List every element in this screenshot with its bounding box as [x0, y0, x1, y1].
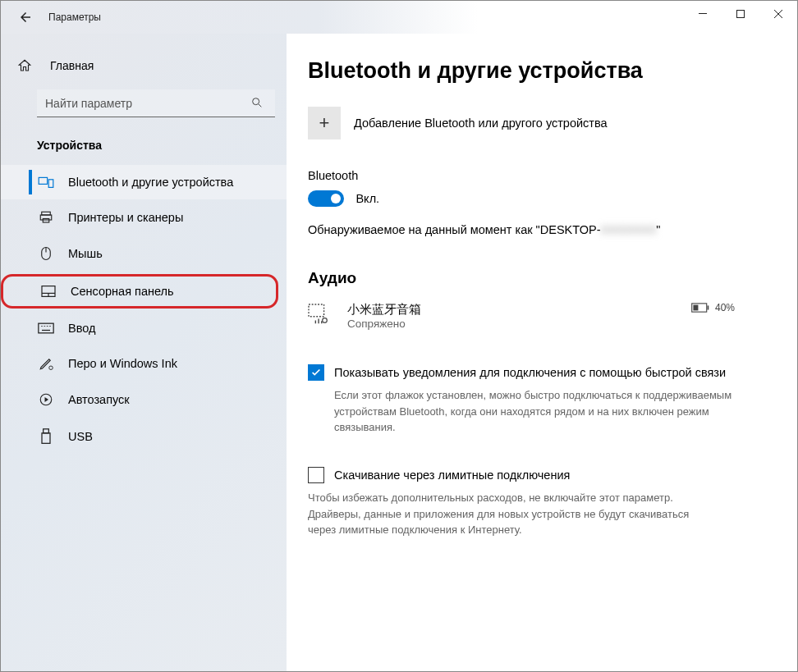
- mouse-icon: [37, 246, 55, 261]
- add-device-button[interactable]: + Добавление Bluetooth или другого устро…: [308, 107, 764, 139]
- sidebar-item-typing[interactable]: Ввод: [1, 311, 287, 345]
- window-controls: [684, 1, 797, 27]
- device-name: 小米蓝牙音箱: [347, 302, 690, 318]
- back-button[interactable]: [16, 7, 35, 27]
- audio-device-row[interactable]: 小米蓝牙音箱 Сопряжено 40%: [308, 299, 735, 333]
- svg-rect-24: [42, 433, 50, 444]
- svg-point-26: [323, 318, 328, 323]
- device-status: Сопряжено: [347, 318, 690, 330]
- titlebar: Параметры: [1, 1, 797, 34]
- quick-pair-help: Если этот флажок установлен, можно быстр…: [334, 387, 745, 436]
- sidebar-item-label: Перо и Windows Ink: [68, 357, 177, 370]
- svg-rect-4: [39, 177, 47, 184]
- device-name-redacted: XXXXXXX: [601, 223, 657, 236]
- audio-device-icon: [308, 302, 337, 325]
- search-input[interactable]: [37, 89, 275, 117]
- search-icon: [250, 96, 264, 109]
- bluetooth-toggle[interactable]: [308, 190, 344, 207]
- bluetooth-toggle-row: Вкл.: [308, 190, 764, 207]
- sidebar-item-label: USB: [68, 430, 93, 443]
- page-title: Bluetooth и другие устройства: [308, 58, 764, 84]
- arrow-left-icon: [18, 10, 33, 25]
- svg-rect-25: [309, 304, 324, 317]
- battery-indicator: 40%: [690, 302, 735, 313]
- app-title: Параметры: [48, 11, 101, 23]
- toggle-state-label: Вкл.: [355, 192, 379, 205]
- bluetooth-devices-icon: [37, 176, 55, 189]
- home-nav[interactable]: Главная: [1, 50, 287, 81]
- sidebar-item-mouse[interactable]: Мышь: [1, 235, 287, 272]
- printer-icon: [37, 210, 55, 225]
- metered-checkbox[interactable]: [308, 467, 324, 483]
- svg-rect-1: [737, 11, 745, 18]
- sidebar-item-label: Мышь: [68, 247, 103, 260]
- sidebar-item-label: Сенсорная панель: [71, 285, 174, 298]
- discoverable-text: Обнаруживаемое на данный момент как "DES…: [308, 223, 764, 236]
- minimize-button[interactable]: [684, 1, 722, 27]
- touchpad-icon: [39, 285, 57, 298]
- svg-point-20: [49, 366, 53, 370]
- svg-rect-29: [693, 305, 698, 311]
- sidebar-item-usb[interactable]: USB: [1, 418, 287, 455]
- usb-icon: [37, 428, 55, 445]
- battery-percent: 40%: [715, 302, 735, 313]
- home-icon: [17, 58, 35, 73]
- svg-point-2: [253, 98, 259, 105]
- svg-rect-8: [43, 219, 49, 223]
- home-label: Главная: [50, 59, 94, 72]
- bluetooth-label: Bluetooth: [308, 169, 764, 182]
- sidebar-item-printers[interactable]: Принтеры и сканеры: [1, 199, 287, 235]
- minimize-icon: [699, 10, 707, 18]
- quick-pair-row: Показывать уведомления для подключения с…: [308, 364, 735, 381]
- svg-rect-5: [48, 180, 53, 188]
- svg-rect-28: [708, 305, 709, 309]
- maximize-button[interactable]: [722, 1, 759, 27]
- sidebar-item-label: Bluetooth и другие устройства: [68, 176, 233, 189]
- svg-rect-0: [699, 13, 707, 14]
- close-icon: [774, 10, 782, 18]
- sidebar-item-label: Принтеры и сканеры: [68, 211, 183, 224]
- svg-marker-22: [45, 397, 49, 402]
- plus-icon: +: [308, 107, 341, 139]
- close-button[interactable]: [759, 1, 797, 27]
- sidebar-section-title: Устройства: [1, 134, 287, 165]
- content-area: Bluetooth и другие устройства + Добавлен…: [287, 34, 797, 671]
- svg-rect-23: [44, 429, 49, 433]
- audio-heading: Аудио: [308, 269, 764, 287]
- sidebar-item-touchpad[interactable]: Сенсорная панель: [1, 274, 278, 309]
- checkmark-icon: [310, 367, 322, 378]
- sidebar-item-pen[interactable]: Перо и Windows Ink: [1, 345, 287, 382]
- svg-rect-14: [39, 323, 53, 333]
- sidebar-item-autoplay[interactable]: Автозапуск: [1, 382, 287, 418]
- metered-help: Чтобы избежать дополнительных расходов, …: [308, 490, 718, 538]
- sidebar-item-label: Автозапуск: [68, 393, 130, 406]
- keyboard-icon: [37, 322, 55, 334]
- metered-label: Скачивание через лимитные подключения: [334, 467, 570, 483]
- quick-pair-label: Показывать уведомления для подключения с…: [334, 364, 726, 381]
- metered-row: Скачивание через лимитные подключения: [308, 467, 735, 483]
- sidebar-item-bluetooth[interactable]: Bluetooth и другие устройства: [1, 165, 287, 199]
- svg-line-3: [259, 104, 261, 107]
- search-box: [37, 89, 272, 117]
- svg-rect-7: [40, 215, 52, 220]
- pen-icon: [37, 356, 55, 371]
- autoplay-icon: [37, 392, 55, 407]
- quick-pair-checkbox[interactable]: [308, 364, 324, 381]
- sidebar-item-label: Ввод: [68, 322, 95, 335]
- battery-icon: [690, 303, 710, 313]
- add-device-label: Добавление Bluetooth или другого устройс…: [354, 117, 608, 130]
- sidebar: Главная Устройства Bluetooth и другие ус…: [1, 34, 287, 671]
- maximize-icon: [736, 10, 745, 18]
